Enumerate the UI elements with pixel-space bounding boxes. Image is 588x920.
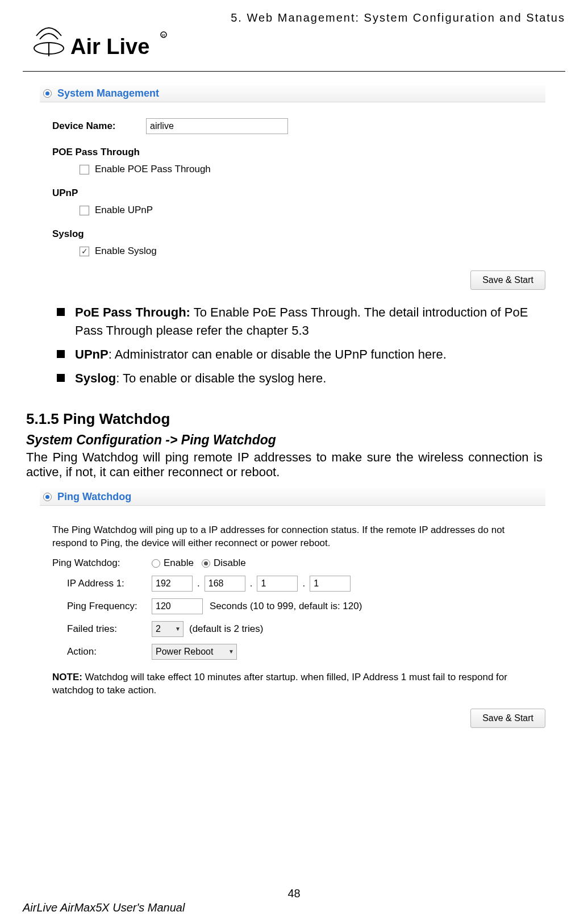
upnp-heading: UPnP [52,188,545,199]
dot-separator: . [250,578,253,589]
disable-radio[interactable] [202,559,210,568]
ping-note: NOTE: Watchdog will take effect 10 minut… [52,671,518,697]
list-item: Syslog: To enable or disable the syslog … [57,369,543,388]
upnp-bullet-text: : Administrator can enable or disable th… [109,347,447,361]
system-management-panel: System Management Device Name: POE Pass … [40,85,545,293]
header-divider [23,71,565,72]
list-item: UPnP: Administrator can enable or disabl… [57,345,543,364]
failed-tries-suffix: (default is 2 tries) [189,623,263,635]
device-name-input[interactable] [146,118,288,134]
note-bold: NOTE: [52,672,82,682]
dot-separator: . [197,578,200,589]
poe-checkbox-label: Enable POE Pass Through [95,164,211,175]
breadcrumb: System Configuration -> Ping Watchdog [26,432,565,448]
dot-separator: . [302,578,305,589]
bullet-icon [57,308,65,316]
ping-frequency-input[interactable] [152,598,203,614]
syslog-checkbox-label: Enable Syslog [95,245,157,257]
page-number: 48 [23,887,565,900]
syslog-bullet-title: Syslog [75,371,116,385]
enable-label: Enable [164,557,194,569]
ip-octet-4[interactable] [310,576,351,592]
failed-tries-label: Failed tries: [52,623,152,635]
list-item: PoE Pass Through: To Enable PoE Pass Thr… [57,303,543,340]
upnp-checkbox[interactable] [80,206,89,215]
ping-watchdog-label: Ping Watchdog: [52,557,152,569]
failed-tries-select[interactable]: 2 [152,621,184,637]
syslog-heading: Syslog [52,228,545,240]
panel-title: System Management [57,88,159,99]
panel-title: Ping Watchdog [57,491,131,503]
syslog-checkbox[interactable] [80,247,89,256]
upnp-checkbox-label: Enable UPnP [95,205,153,216]
panel-radio-icon [43,89,52,98]
ip-octet-2[interactable] [205,576,245,592]
poe-heading: POE Pass Through [52,147,545,158]
save-start-button[interactable]: Save & Start [470,270,545,290]
svg-text:R: R [162,33,165,38]
svg-text:Air Live: Air Live [70,35,149,59]
upnp-bullet-title: UPnP [75,347,109,361]
note-text: Watchdog will take effect 10 minutes aft… [52,672,507,696]
ping-frequency-label: Ping Frequency: [52,601,152,612]
section-heading: 5.1.5 Ping Watchdog [26,410,565,428]
poe-bullet-title: PoE Pass Through: [75,305,190,319]
ping-watchdog-panel: Ping Watchdog The Ping Watchdog will pin… [40,489,545,732]
feature-list: PoE Pass Through: To Enable PoE Pass Thr… [57,303,543,388]
action-select[interactable]: Power Reboot [152,644,237,660]
action-label: Action: [52,646,152,657]
device-name-label: Device Name: [52,120,146,132]
ip-address-label: IP Address 1: [52,578,152,589]
bullet-icon [57,350,65,358]
ping-description: The Ping Watchdog will ping up to a IP a… [52,524,507,550]
section-intro: The Ping Watchdog will ping remote IP ad… [26,450,543,480]
bullet-icon [57,374,65,382]
brand-logo: Air Live R [23,22,565,68]
panel-header: System Management [40,85,545,102]
page-footer: 48 AirLive AirMax5X User's Manual [23,887,565,914]
disable-label: Disable [214,557,246,569]
ip-octet-1[interactable] [152,576,193,592]
poe-checkbox[interactable] [80,165,89,174]
panel-header: Ping Watchdog [40,489,545,506]
ping-frequency-suffix: Seconds (10 to 999, default is: 120) [210,601,362,612]
manual-title: AirLive AirMax5X User's Manual [23,901,565,914]
save-start-button[interactable]: Save & Start [470,709,545,728]
syslog-bullet-text: : To enable or disable the syslog here. [116,371,326,385]
panel-radio-icon [43,493,52,501]
ip-octet-3[interactable] [257,576,298,592]
enable-radio[interactable] [152,559,160,568]
